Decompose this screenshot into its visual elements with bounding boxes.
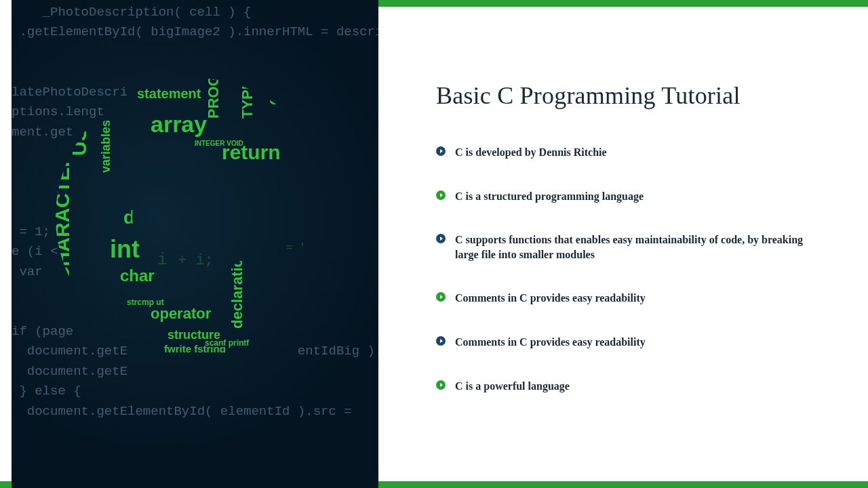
bullet-icon: [436, 336, 446, 346]
hero-image-panel: _PhotoDescription( cell ) { .getElementB…: [12, 0, 378, 488]
c-wordcloud-icon: POINTER USED CHARACTER statement array T…: [49, 71, 340, 363]
svg-text:i: i: [157, 251, 167, 269]
bullet-icon: [436, 380, 446, 390]
svg-rect-25: [49, 71, 340, 363]
bullet-icon: [436, 146, 446, 156]
content-panel: Basic C Programming Tutorial C is develo…: [378, 0, 868, 488]
list-item-text: C supports functions that enables easy m…: [455, 232, 814, 262]
list-item: Comments in C provides easy readability: [436, 335, 833, 350]
svg-text:= ': = ': [286, 242, 306, 254]
list-item: C supports functions that enables easy m…: [436, 232, 833, 262]
list-item: C is developed by Dennis Ritchie: [436, 145, 833, 160]
bullet-icon: [436, 190, 446, 200]
bullet-list: C is developed by Dennis Ritchie C is a …: [436, 145, 833, 393]
list-item: C is a structured programming language: [436, 189, 833, 204]
list-item: C is a powerful language: [436, 379, 833, 394]
list-item-text: Comments in C provides easy readability: [455, 291, 646, 306]
list-item-text: Comments in C provides easy readability: [455, 335, 646, 350]
bullet-icon: [436, 292, 446, 302]
svg-text:+ i;: + i;: [178, 252, 214, 269]
list-item-text: C is developed by Dennis Ritchie: [455, 145, 607, 160]
list-item-text: C is a structured programming language: [455, 189, 644, 204]
slide-title: Basic C Programming Tutorial: [436, 81, 833, 110]
list-item-text: C is a powerful language: [455, 379, 570, 394]
list-item: Comments in C provides easy readability: [436, 291, 833, 306]
bullet-icon: [436, 234, 446, 243]
